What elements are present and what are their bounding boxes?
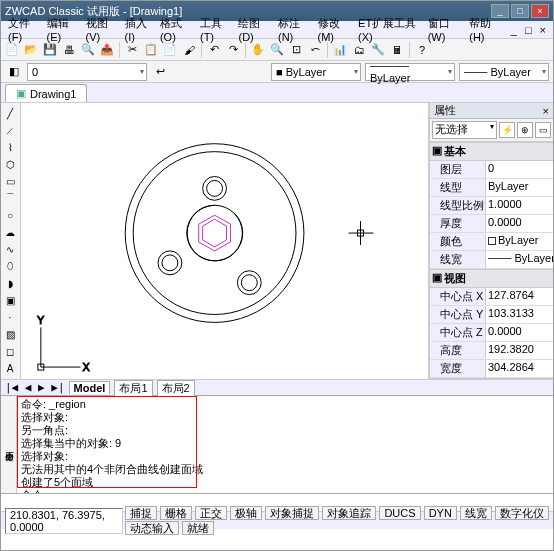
calc-icon[interactable]: 🖩 — [388, 41, 406, 59]
prop-value[interactable]: ByLayer — [486, 233, 553, 250]
status-toggle[interactable]: 对象捕捉 — [265, 506, 319, 520]
status-toggle[interactable]: 栅格 — [160, 506, 192, 520]
preview-icon[interactable]: 🔍 — [79, 41, 97, 59]
status-toggle[interactable]: 正交 — [195, 506, 227, 520]
tool-icon[interactable]: 🔧 — [369, 41, 387, 59]
linetype-combo[interactable]: ───── ByLayer — [365, 63, 455, 81]
prop-value[interactable]: ByLayer — [486, 179, 553, 196]
prop-value[interactable]: 0.0000 — [486, 324, 553, 341]
prop-value[interactable]: 304.2864 — [486, 360, 553, 377]
spline-icon[interactable]: ∿ — [2, 241, 18, 257]
zoom-icon[interactable]: 🔍 — [268, 41, 286, 59]
save-icon[interactable]: 💾 — [41, 41, 59, 59]
prop-value[interactable]: ─── ByLayer — [486, 251, 553, 268]
menu-et[interactable]: ET扩展工具(X) — [355, 16, 423, 43]
prop-value[interactable]: 127.8764 — [486, 288, 553, 305]
status-toggle[interactable]: 动态输入 — [125, 521, 179, 535]
prop-value[interactable]: 103.3133 — [486, 306, 553, 323]
status-toggle[interactable]: 捕捉 — [125, 506, 157, 520]
new-icon[interactable]: 📄 — [3, 41, 21, 59]
maximize-button[interactable]: □ — [511, 4, 529, 18]
status-toggle[interactable]: 就绪 — [182, 521, 214, 535]
status-toggle[interactable]: 极轴 — [230, 506, 262, 520]
layer-mgr-icon[interactable]: ◧ — [5, 63, 23, 81]
rect-icon[interactable]: ▭ — [2, 173, 18, 189]
menu-format[interactable]: 格式(O) — [157, 16, 195, 43]
color-combo[interactable]: ■ ByLayer — [271, 63, 361, 81]
prop-row[interactable]: 中心点 Z0.0000 — [430, 324, 553, 342]
prop-value[interactable]: 0.0000 — [486, 215, 553, 232]
drawing-canvas[interactable]: X Y — [21, 103, 429, 379]
prop-value[interactable]: 192.3820 — [486, 342, 553, 359]
menu-modify[interactable]: 修改(M) — [315, 16, 354, 43]
block-icon[interactable]: ▣ — [2, 292, 18, 308]
menu-help[interactable]: 帮助(H) — [466, 16, 504, 43]
layout1-tab[interactable]: 布局1 — [114, 380, 152, 396]
layout2-tab[interactable]: 布局2 — [157, 380, 195, 396]
pline-icon[interactable]: ⌇ — [2, 139, 18, 155]
prop-row[interactable]: 厚度0.0000 — [430, 215, 553, 233]
menu-view[interactable]: 视图(V) — [83, 16, 120, 43]
pan-icon[interactable]: ✋ — [249, 41, 267, 59]
prop-row[interactable]: 中心点 Y103.3133 — [430, 306, 553, 324]
polygon-icon[interactable]: ⬡ — [2, 156, 18, 172]
revcloud-icon[interactable]: ☁ — [2, 224, 18, 240]
hatch-icon[interactable]: ▨ — [2, 326, 18, 342]
line-icon[interactable]: ╱ — [2, 105, 18, 121]
menu-draw[interactable]: 绘图(D) — [235, 16, 273, 43]
quickselect-icon[interactable]: ⚡ — [499, 122, 515, 138]
menu-edit[interactable]: 编辑(E) — [44, 16, 81, 43]
help-icon[interactable]: ? — [413, 41, 431, 59]
xline-icon[interactable]: ⟋ — [2, 122, 18, 138]
layer-combo[interactable]: 0 — [27, 63, 147, 81]
menu-file[interactable]: 文件(F) — [5, 16, 42, 43]
prop-icon[interactable]: 📊 — [331, 41, 349, 59]
prop-row[interactable]: 图层0 — [430, 161, 553, 179]
copy-icon[interactable]: 📋 — [142, 41, 160, 59]
panel-close-icon[interactable]: × — [543, 105, 549, 117]
prop-group[interactable]: ▣ 其它 — [430, 378, 553, 379]
matchprop-icon[interactable]: 🖌 — [180, 41, 198, 59]
paste-icon[interactable]: 📄 — [161, 41, 179, 59]
mdi-max-icon[interactable]: □ — [522, 24, 535, 36]
open-icon[interactable]: 📂 — [22, 41, 40, 59]
status-toggle[interactable]: DUCS — [379, 506, 420, 520]
undo-icon[interactable]: ↶ — [205, 41, 223, 59]
property-grid[interactable]: ▣ 基本图层0线型ByLayer线型比例1.0000厚度0.0000颜色ByLa… — [430, 142, 553, 379]
circle-icon[interactable]: ○ — [2, 207, 18, 223]
prop-value[interactable]: 1.0000 — [486, 197, 553, 214]
layer-prev-icon[interactable]: ↩ — [151, 63, 169, 81]
tab-nav[interactable]: |◀ ◀ ▶ ▶| — [5, 381, 65, 394]
selection-combo[interactable]: 无选择 — [432, 121, 497, 139]
close-button[interactable]: × — [531, 4, 549, 18]
status-toggle[interactable]: DYN — [424, 506, 457, 520]
model-tab[interactable]: Model — [69, 381, 111, 394]
prop-row[interactable]: 线型ByLayer — [430, 179, 553, 197]
publish-icon[interactable]: 📤 — [98, 41, 116, 59]
dc-icon[interactable]: 🗂 — [350, 41, 368, 59]
cut-icon[interactable]: ✂ — [123, 41, 141, 59]
menu-window[interactable]: 窗口(W) — [425, 16, 465, 43]
zoomwin-icon[interactable]: ⊡ — [287, 41, 305, 59]
prop-row[interactable]: 宽度304.2864 — [430, 360, 553, 378]
lineweight-combo[interactable]: ─── ByLayer — [459, 63, 549, 81]
arc-icon[interactable]: ⌒ — [2, 190, 18, 206]
point-icon[interactable]: · — [2, 309, 18, 325]
pickadd-icon[interactable]: ⊕ — [517, 122, 533, 138]
prop-group[interactable]: ▣ 视图 — [430, 269, 553, 288]
print-icon[interactable]: 🖶 — [60, 41, 78, 59]
menu-dim[interactable]: 标注(N) — [275, 16, 313, 43]
text-icon[interactable]: A — [2, 360, 18, 376]
prop-row[interactable]: 线宽─── ByLayer — [430, 251, 553, 269]
menu-insert[interactable]: 插入(I) — [122, 16, 155, 43]
status-toggle[interactable]: 对象追踪 — [322, 506, 376, 520]
prop-row[interactable]: 颜色ByLayer — [430, 233, 553, 251]
mdi-min-icon[interactable]: _ — [508, 24, 520, 36]
status-toggle[interactable]: 数字化仪 — [495, 506, 549, 520]
prop-group[interactable]: ▣ 基本 — [430, 142, 553, 161]
redo-icon[interactable]: ↷ — [224, 41, 242, 59]
prop-row[interactable]: 高度192.3820 — [430, 342, 553, 360]
doc-tab[interactable]: ▣ Drawing1 — [5, 84, 87, 102]
zoomprev-icon[interactable]: ⤺ — [306, 41, 324, 59]
select-icon[interactable]: ▭ — [535, 122, 551, 138]
